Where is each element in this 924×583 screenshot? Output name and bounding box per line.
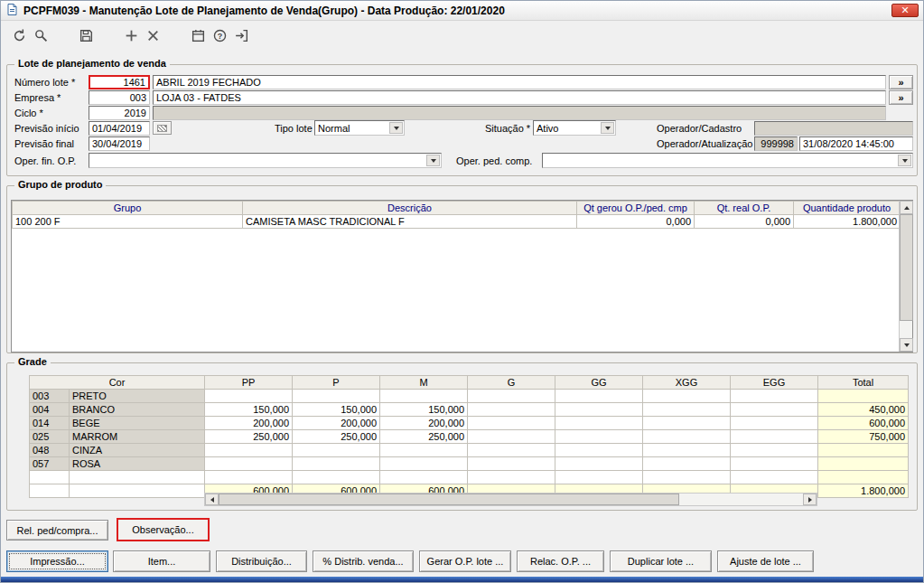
numero-lote-input[interactable]: 1461 (89, 75, 150, 89)
col-header-grupo[interactable]: Grupo (13, 202, 243, 215)
grade-code-cell[interactable]: 025 (30, 430, 70, 444)
perc-distrib-venda-button[interactable]: % Distrib. venda... (313, 550, 414, 572)
col-header-descricao[interactable]: Descrição (243, 202, 577, 215)
grade-qty-cell[interactable] (555, 390, 643, 403)
grade-qty-cell[interactable] (380, 444, 468, 457)
grade-qty-cell[interactable]: 250,000 (205, 430, 293, 444)
oper-fin-op-select[interactable] (89, 153, 442, 168)
grade-qty-cell[interactable]: 200,000 (380, 417, 468, 430)
grade-color-cell[interactable]: ROSA (70, 457, 205, 471)
grade-color-cell[interactable]: BRANCO (70, 403, 205, 417)
grade-qty-cell[interactable] (818, 457, 909, 471)
grade-qty-cell[interactable]: 150,000 (293, 403, 380, 417)
col-header-quantidade[interactable]: Quantidade produto (794, 202, 901, 215)
delete-icon[interactable] (142, 24, 163, 46)
grade-qty-cell[interactable] (468, 457, 555, 471)
ajuste-de-lote-button[interactable]: Ajuste de lote ... (717, 550, 814, 572)
col-header-qt-gerou[interactable]: Qt gerou O.P./ped. cmp (577, 202, 695, 215)
grade-qty-cell[interactable] (555, 430, 643, 444)
observacao-button[interactable]: Observação... (117, 518, 210, 541)
grade-qty-cell[interactable]: 150,000 (205, 403, 293, 417)
add-icon[interactable] (120, 24, 142, 46)
ciclo-input[interactable]: 2019 (89, 106, 150, 120)
grade-qty-cell[interactable]: 600,000 (818, 417, 909, 430)
title-bar[interactable]: PCPFM039 - Manutenção Lote de Planejamen… (1, 1, 923, 21)
empresa-more-button[interactable]: » (889, 90, 913, 105)
numero-lote-desc-input[interactable]: ABRIL 2019 FECHADO (153, 75, 886, 89)
previsao-inicio-input[interactable]: 01/04/2019 (89, 121, 150, 136)
scrollbar-thumb[interactable] (219, 494, 679, 505)
grade-qty-cell[interactable] (818, 444, 909, 457)
grade-qty-cell[interactable] (468, 444, 555, 457)
grade-code-cell[interactable]: 048 (30, 444, 70, 457)
grade-qty-cell[interactable] (380, 390, 468, 403)
grade-qty-cell[interactable] (468, 403, 555, 417)
grade-qty-cell[interactable]: 750,000 (818, 430, 909, 444)
relac-op-button[interactable]: Relac. O.P. ... (517, 550, 604, 572)
duplicar-lote-button[interactable]: Duplicar lote ... (610, 550, 712, 572)
grade-code-cell[interactable]: 014 (30, 417, 70, 430)
grade-qty-cell[interactable] (205, 444, 293, 457)
grade-code-cell[interactable]: 003 (30, 390, 70, 403)
grade-qty-cell[interactable] (555, 444, 643, 457)
date-helper-button[interactable] (153, 121, 172, 135)
grade-qty-cell[interactable]: 200,000 (205, 417, 293, 430)
gerar-op-lote-button[interactable]: Gerar O.P. lote ... (419, 550, 511, 572)
grade-qty-cell[interactable] (205, 457, 293, 471)
calendar-icon[interactable] (187, 24, 209, 46)
grade-qty-cell[interactable] (555, 403, 643, 417)
grade-qty-cell[interactable] (205, 390, 293, 403)
grade-qty-cell[interactable] (468, 430, 555, 444)
refresh-icon[interactable] (8, 24, 30, 46)
grade-qty-cell[interactable] (731, 390, 818, 403)
grade-code-cell[interactable]: 004 (30, 403, 70, 417)
close-button[interactable]: ✕ (891, 4, 919, 17)
empresa-input[interactable]: 003 (89, 90, 150, 105)
scrollbar-thumb[interactable] (900, 214, 913, 321)
distribuicao-button[interactable]: Distribuição... (216, 550, 307, 572)
numero-lote-more-button[interactable]: » (889, 75, 913, 89)
grade-qty-cell[interactable] (818, 390, 909, 403)
grade-qty-cell[interactable] (731, 403, 818, 417)
scroll-right-button[interactable] (803, 494, 817, 505)
search-icon[interactable] (30, 24, 51, 46)
grade-qty-cell[interactable] (555, 457, 643, 471)
grade-code-cell[interactable]: 057 (30, 457, 70, 471)
grade-qty-cell[interactable]: 450,000 (818, 403, 909, 417)
grade-qty-cell[interactable] (468, 417, 555, 430)
grade-qty-cell[interactable]: 150,000 (380, 403, 468, 417)
grade-qty-cell[interactable]: 200,000 (293, 417, 380, 430)
grade-qty-cell[interactable] (293, 457, 380, 471)
grade-color-cell[interactable]: MARROM (70, 430, 205, 444)
grupo-produto-row[interactable]: 100 200 FCAMISETA MASC TRADICIONAL F0,00… (13, 215, 901, 229)
save-icon[interactable] (75, 24, 97, 46)
empresa-desc-input[interactable]: LOJA 03 - FATDES (153, 90, 886, 105)
scroll-up-button[interactable] (900, 201, 913, 214)
exit-icon[interactable] (230, 24, 252, 46)
grade-color-cell[interactable]: PRETO (70, 390, 205, 403)
grade-qty-cell[interactable] (293, 390, 380, 403)
tipo-lote-select[interactable]: Normal (314, 120, 405, 136)
rel-ped-compra-button[interactable]: Rel. ped/compra... (6, 520, 108, 541)
grade-qty-cell[interactable] (643, 417, 731, 430)
grade-qty-cell[interactable] (643, 390, 731, 403)
grade-qty-cell[interactable] (731, 430, 818, 444)
grade-qty-cell[interactable] (293, 444, 380, 457)
oper-ped-comp-select[interactable] (542, 153, 913, 168)
grade-color-cell[interactable]: BEGE (70, 417, 205, 430)
grade-qty-cell[interactable] (643, 457, 731, 471)
grade-qty-cell[interactable]: 250,000 (380, 430, 468, 444)
vertical-scrollbar[interactable] (899, 201, 912, 352)
grade-qty-cell[interactable] (643, 444, 731, 457)
scroll-left-button[interactable] (205, 494, 219, 505)
impressao-button[interactable]: Impressão... (6, 550, 108, 572)
grade-qty-cell[interactable] (731, 417, 818, 430)
col-header-qt-real[interactable]: Qt. real O.P. (695, 202, 794, 215)
grade-qty-cell[interactable] (468, 390, 555, 403)
grade-qty-cell[interactable] (380, 457, 468, 471)
help-icon[interactable]: ? (209, 24, 230, 46)
item-button[interactable]: Item... (113, 550, 210, 572)
grade-color-cell[interactable]: CINZA (70, 444, 205, 457)
grade-qty-cell[interactable]: 250,000 (293, 430, 380, 444)
horizontal-scrollbar[interactable] (204, 493, 817, 506)
